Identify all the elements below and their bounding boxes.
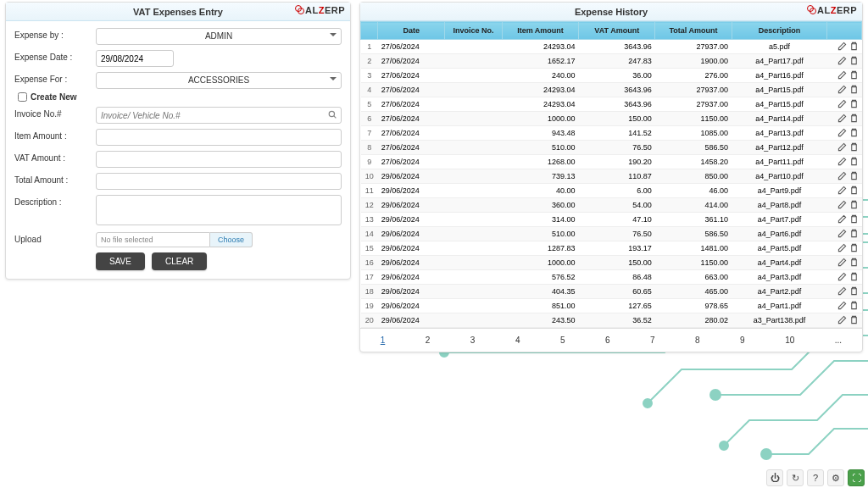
cell-invoice — [445, 270, 503, 285]
edit-icon[interactable] — [837, 70, 847, 80]
row-index: 4 — [361, 83, 378, 97]
edit-icon[interactable] — [837, 315, 847, 325]
page-link[interactable]: 2 — [420, 334, 436, 347]
delete-icon[interactable] — [849, 301, 859, 311]
row-index: 12 — [361, 198, 378, 213]
cell-item-amount: 576.52 — [502, 270, 578, 285]
fullscreen-icon[interactable]: ⛶ — [848, 469, 865, 486]
power-icon[interactable]: ⏻ — [766, 469, 783, 486]
settings-icon[interactable]: ⚙ — [827, 469, 844, 486]
delete-icon[interactable] — [849, 229, 859, 239]
save-button[interactable]: SAVE — [96, 252, 145, 270]
delete-icon[interactable] — [849, 315, 859, 325]
edit-icon[interactable] — [837, 142, 847, 152]
page-link[interactable]: 3 — [465, 334, 481, 347]
delete-icon[interactable] — [849, 42, 859, 52]
page-link[interactable]: 5 — [555, 334, 570, 347]
search-icon[interactable] — [328, 110, 337, 120]
edit-icon[interactable] — [837, 286, 847, 297]
cell-invoice — [445, 169, 503, 184]
cell-date: 29/06/2024 — [378, 198, 445, 213]
edit-icon[interactable] — [837, 56, 847, 66]
item-amount-input[interactable] — [96, 129, 342, 146]
edit-icon[interactable] — [837, 301, 847, 311]
row-index: 9 — [361, 155, 378, 169]
edit-icon[interactable] — [837, 128, 847, 138]
col-vat-amount[interactable]: VAT Amount — [579, 22, 655, 40]
delete-icon[interactable] — [849, 186, 859, 196]
edit-icon[interactable] — [837, 214, 847, 225]
expense-by-select[interactable]: ADMIN — [96, 28, 342, 45]
delete-icon[interactable] — [849, 142, 859, 152]
page-link[interactable]: 6 — [600, 334, 615, 347]
col-total-amount[interactable]: Total Amount — [655, 22, 732, 40]
expense-date-input[interactable] — [96, 50, 174, 67]
edit-icon[interactable] — [837, 243, 847, 253]
cell-item-amount: 404.35 — [502, 285, 578, 299]
page-link[interactable]: 4 — [510, 334, 526, 347]
delete-icon[interactable] — [849, 128, 859, 138]
edit-icon[interactable] — [837, 114, 847, 124]
label-expense-by: Expense by : — [14, 28, 96, 40]
edit-icon[interactable] — [837, 229, 847, 239]
col-invoice[interactable]: Invoice No. — [445, 22, 503, 40]
delete-icon[interactable] — [849, 258, 859, 268]
cell-total-amount: 850.00 — [655, 169, 732, 184]
cell-invoice — [445, 285, 503, 299]
delete-icon[interactable] — [849, 171, 859, 181]
total-amount-input[interactable] — [96, 173, 342, 190]
invoice-no-input[interactable] — [96, 107, 342, 124]
page-link[interactable]: 8 — [690, 334, 705, 347]
delete-icon[interactable] — [849, 56, 859, 66]
delete-icon[interactable] — [849, 272, 859, 282]
cell-invoice — [445, 299, 503, 313]
edit-icon[interactable] — [837, 42, 847, 52]
delete-icon[interactable] — [849, 200, 859, 210]
edit-icon[interactable] — [837, 85, 847, 95]
page-link[interactable]: 10 — [780, 334, 799, 347]
edit-icon[interactable] — [837, 258, 847, 268]
expense-history-table: Date Invoice No. Item Amount VAT Amount … — [360, 21, 862, 328]
expense-for-select[interactable]: ACCESSORIES — [96, 72, 342, 89]
cell-item-amount: 40.00 — [502, 184, 578, 198]
delete-icon[interactable] — [849, 99, 859, 109]
description-textarea[interactable] — [96, 195, 342, 225]
table-row: 1829/06/2024404.3560.65465.00a4_Part2.pd… — [361, 285, 862, 299]
delete-icon[interactable] — [849, 85, 859, 95]
cell-description: a4_Part1.pdf — [732, 299, 827, 313]
delete-icon[interactable] — [849, 114, 859, 124]
delete-icon[interactable] — [849, 243, 859, 253]
vat-amount-input[interactable] — [96, 151, 342, 168]
delete-icon[interactable] — [849, 70, 859, 80]
col-date[interactable]: Date — [378, 22, 445, 40]
edit-icon[interactable] — [837, 157, 847, 167]
edit-icon[interactable] — [837, 200, 847, 210]
page-link[interactable]: ... — [830, 334, 847, 347]
cell-item-amount: 1268.00 — [502, 155, 578, 169]
create-new-checkbox[interactable] — [18, 92, 27, 102]
cell-date: 27/06/2024 — [378, 54, 445, 69]
col-description[interactable]: Description — [732, 22, 827, 40]
page-link[interactable]: 1 — [376, 334, 391, 347]
delete-icon[interactable] — [849, 286, 859, 297]
row-index: 19 — [361, 299, 378, 313]
cell-total-amount: 27937.00 — [655, 40, 732, 54]
col-item-amount[interactable]: Item Amount — [502, 22, 578, 40]
edit-icon[interactable] — [837, 186, 847, 196]
page-link[interactable]: 9 — [735, 334, 750, 347]
refresh-icon[interactable]: ↻ — [787, 469, 804, 486]
delete-icon[interactable] — [849, 214, 859, 225]
edit-icon[interactable] — [837, 171, 847, 181]
help-icon[interactable]: ? — [807, 469, 824, 486]
label-create-new: Create New — [31, 92, 76, 102]
cell-total-amount: 1481.00 — [655, 241, 732, 256]
edit-icon[interactable] — [837, 99, 847, 109]
delete-icon[interactable] — [849, 157, 859, 167]
cell-item-amount: 1652.17 — [502, 54, 578, 69]
page-link[interactable]: 7 — [645, 334, 660, 347]
cell-date: 27/06/2024 — [378, 83, 445, 97]
clear-button[interactable]: CLEAR — [152, 252, 207, 270]
cell-item-amount: 1000.00 — [502, 112, 578, 126]
choose-file-button[interactable]: Choose — [210, 232, 253, 247]
edit-icon[interactable] — [837, 272, 847, 282]
